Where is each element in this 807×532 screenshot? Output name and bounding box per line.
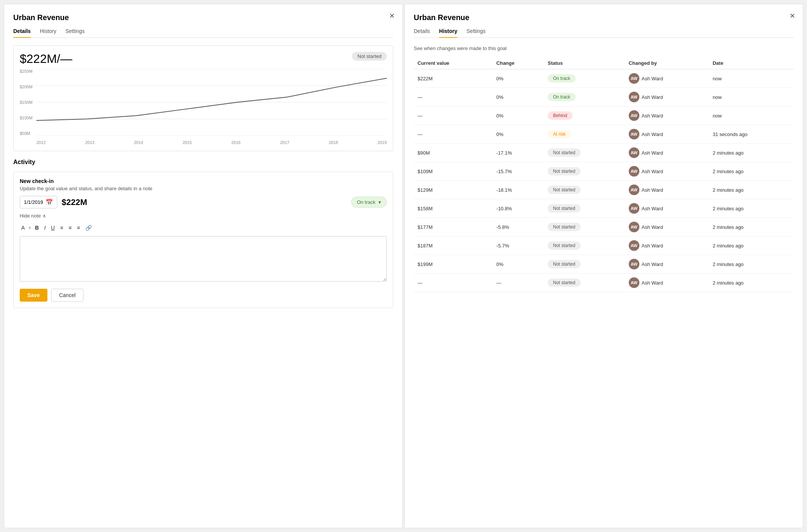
x-label-2015: 2015	[183, 140, 192, 145]
changed-by-name: Ash Ward	[642, 113, 663, 119]
cell-changed-by: AWAsh Ward	[625, 218, 709, 236]
cell-status: Not started	[544, 255, 625, 274]
y-label-200: $200M	[20, 84, 35, 89]
checkin-box: New check-in Update the goal value and s…	[13, 172, 393, 308]
calendar-icon: 📅	[46, 199, 53, 206]
cell-current-value: —	[414, 106, 493, 125]
action-row: Save Cancel	[20, 289, 387, 302]
table-row: $222M0%On trackAWAsh Wardnow	[414, 69, 794, 88]
x-label-2016: 2016	[231, 140, 240, 145]
avatar: AW	[629, 240, 639, 251]
changed-by-cell: AWAsh Ward	[629, 259, 705, 269]
cell-status: Not started	[544, 218, 625, 236]
table-row: —0%At riskAWAsh Ward31 seconds ago	[414, 125, 794, 144]
left-close-button[interactable]: ✕	[389, 12, 395, 20]
x-label-2012: 2012	[36, 140, 46, 145]
checkin-row: 1/1/2019 📅 $222M On track ▾	[20, 196, 387, 208]
font-button[interactable]: A	[20, 224, 26, 232]
changed-by-cell: AWAsh Ward	[629, 110, 705, 121]
underline-button[interactable]: U	[49, 224, 56, 232]
chart-x-labels: 2012 2013 2014 2015 2016 2017 2018 2019	[36, 140, 387, 145]
status-badge: Not started	[548, 260, 581, 268]
status-badge: Not started	[548, 223, 581, 231]
changed-by-cell: AWAsh Ward	[629, 203, 705, 214]
hide-note-toggle[interactable]: Hide note ∧	[20, 213, 387, 219]
changed-by-cell: AWAsh Ward	[629, 222, 705, 232]
left-panel-title: Urban Revenue	[13, 13, 393, 22]
align-right-button[interactable]: ≡	[75, 224, 82, 232]
checkin-title: New check-in	[20, 178, 387, 184]
cell-status: Not started	[544, 181, 625, 199]
changed-by-name: Ash Ward	[642, 187, 663, 193]
left-panel: Urban Revenue ✕ Details History Settings…	[4, 4, 403, 528]
col-header-status: Status	[544, 57, 625, 69]
link-button[interactable]: 🔗	[84, 224, 93, 232]
status-badge: Not started	[548, 149, 581, 157]
cell-change: 0%	[493, 106, 544, 125]
avatar: AW	[629, 222, 639, 232]
cell-current-value: $199M	[414, 255, 493, 274]
cell-change: -17.1%	[493, 144, 544, 162]
chart-svg-container	[36, 69, 387, 136]
cell-changed-by: AWAsh Ward	[625, 181, 709, 199]
cell-changed-by: AWAsh Ward	[625, 255, 709, 274]
cell-changed-by: AWAsh Ward	[625, 125, 709, 144]
changed-by-cell: AWAsh Ward	[629, 92, 705, 102]
changed-by-cell: AWAsh Ward	[629, 166, 705, 177]
cell-change: -18.1%	[493, 181, 544, 199]
right-close-button[interactable]: ✕	[790, 12, 795, 20]
date-input[interactable]: 1/1/2019 📅	[20, 196, 57, 208]
avatar: AW	[629, 147, 639, 158]
tab-settings-right[interactable]: Settings	[466, 28, 486, 38]
status-badge: Not started	[548, 279, 581, 287]
note-textarea[interactable]	[20, 236, 387, 282]
cell-changed-by: AWAsh Ward	[625, 274, 709, 292]
cell-date: now	[709, 88, 794, 106]
cell-status: Behind	[544, 106, 625, 125]
left-tabs: Details History Settings	[13, 28, 393, 38]
changed-by-name: Ash Ward	[642, 224, 663, 230]
table-row: $90M-17.1%Not startedAWAsh Ward2 minutes…	[414, 144, 794, 162]
cell-change: —	[493, 274, 544, 292]
cell-changed-by: AWAsh Ward	[625, 199, 709, 218]
metric-value: $222M/—	[20, 52, 72, 66]
metric-box: $222M/— Not started $250M $200M $150M $1…	[13, 45, 393, 151]
tab-details-left[interactable]: Details	[13, 28, 31, 38]
tab-history-left[interactable]: History	[40, 28, 57, 38]
tab-details-right[interactable]: Details	[414, 28, 430, 38]
cell-changed-by: AWAsh Ward	[625, 106, 709, 125]
table-header-row: Current value Change Status Changed by D…	[414, 57, 794, 69]
changed-by-cell: AWAsh Ward	[629, 129, 705, 139]
changed-by-name: Ash Ward	[642, 94, 663, 100]
cell-current-value: —	[414, 88, 493, 106]
hide-note-label: Hide note	[20, 213, 41, 219]
status-badge: Not started	[548, 241, 581, 250]
cell-change: 0%	[493, 69, 544, 88]
changed-by-name: Ash Ward	[642, 76, 663, 81]
align-center-button[interactable]: ≡	[67, 224, 73, 232]
x-label-2019: 2019	[378, 140, 387, 145]
cell-current-value: $109M	[414, 162, 493, 181]
italic-button[interactable]: I	[42, 224, 47, 232]
metric-header: $222M/— Not started	[20, 52, 387, 66]
bold-button[interactable]: B	[33, 224, 40, 232]
table-row: ——Not startedAWAsh Ward2 minutes ago	[414, 274, 794, 292]
cell-change: 0%	[493, 88, 544, 106]
table-row: —0%BehindAWAsh Wardnow	[414, 106, 794, 125]
status-dropdown[interactable]: On track ▾	[351, 197, 387, 208]
cell-change: -5.8%	[493, 218, 544, 236]
x-label-2018: 2018	[329, 140, 338, 145]
table-row: $129M-18.1%Not startedAWAsh Ward2 minute…	[414, 181, 794, 199]
tab-settings-left[interactable]: Settings	[65, 28, 85, 38]
chart-area: $250M $200M $150M $100M $50M	[20, 69, 387, 145]
save-button[interactable]: Save	[20, 289, 47, 302]
chart-y-labels: $250M $200M $150M $100M $50M	[20, 69, 35, 136]
cell-current-value: $177M	[414, 218, 493, 236]
metric-status-badge: Not started	[352, 52, 387, 61]
cancel-button[interactable]: Cancel	[51, 289, 84, 302]
cell-date: 2 minutes ago	[709, 255, 794, 274]
changed-by-cell: AWAsh Ward	[629, 147, 705, 158]
align-left-button[interactable]: ≡	[58, 224, 64, 232]
activity-title: Activity	[13, 159, 393, 166]
tab-history-right[interactable]: History	[439, 28, 457, 38]
